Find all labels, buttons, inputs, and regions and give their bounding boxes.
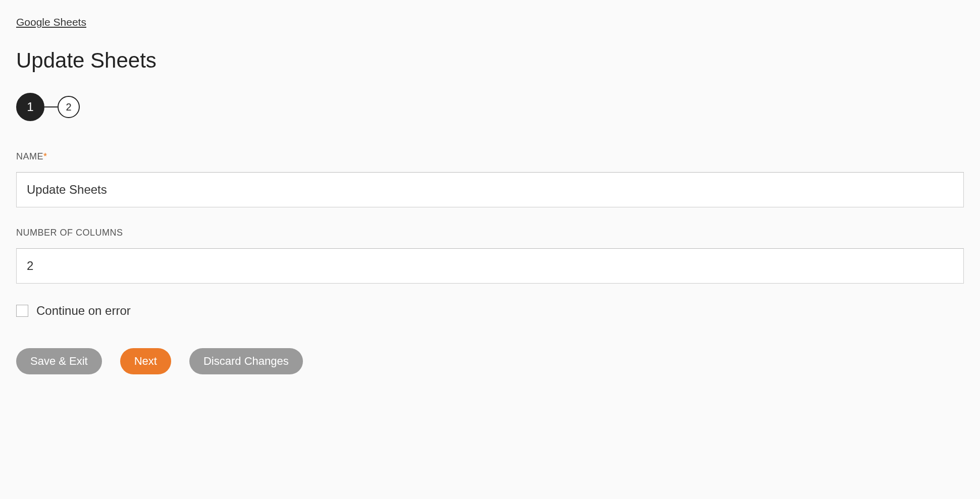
step-connector (44, 106, 58, 107)
columns-input[interactable] (16, 248, 964, 284)
columns-label: NUMBER OF COLUMNS (16, 228, 964, 238)
breadcrumb: Google Sheets (16, 16, 964, 28)
continue-on-error-label: Continue on error (36, 304, 131, 318)
step-1[interactable]: 1 (16, 93, 44, 121)
continue-on-error-checkbox[interactable] (16, 305, 28, 317)
page-title: Update Sheets (16, 48, 964, 73)
name-input[interactable] (16, 172, 964, 207)
form-group-name: NAME* (16, 151, 964, 207)
form-group-columns: NUMBER OF COLUMNS (16, 228, 964, 284)
step-2[interactable]: 2 (58, 96, 80, 118)
required-asterisk-icon: * (43, 151, 47, 161)
name-label: NAME* (16, 151, 964, 162)
checkbox-group-continue-on-error: Continue on error (16, 304, 964, 318)
button-row: Save & Exit Next Discard Changes (16, 348, 964, 374)
save-exit-button[interactable]: Save & Exit (16, 348, 102, 374)
next-button[interactable]: Next (120, 348, 171, 374)
discard-changes-button[interactable]: Discard Changes (189, 348, 303, 374)
stepper: 1 2 (16, 93, 964, 121)
breadcrumb-link-google-sheets[interactable]: Google Sheets (16, 16, 86, 28)
name-label-text: NAME (16, 151, 43, 161)
